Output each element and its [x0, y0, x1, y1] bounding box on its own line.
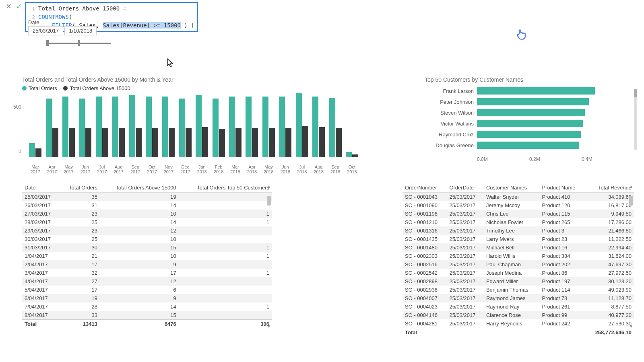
hbar[interactable]: [477, 109, 585, 116]
bar-group[interactable]: [344, 152, 360, 157]
bar[interactable]: [129, 95, 135, 157]
table-row[interactable]: SO - 000121025/03/2017Nicholas FowlerPro…: [402, 218, 634, 226]
table-row[interactable]: 7/04/201728141: [22, 302, 272, 311]
table-row[interactable]: SO - 000148025/03/2017Michael BellProduc…: [402, 243, 634, 252]
bar[interactable]: [62, 97, 68, 157]
table-row[interactable]: SO - 000428125/03/2017Harry ReynoldsProd…: [402, 319, 634, 328]
column-header[interactable]: Customer Names: [484, 183, 539, 193]
table-scrollbar[interactable]: ▴ ▾: [628, 184, 634, 329]
bar[interactable]: [329, 98, 335, 157]
hbar[interactable]: [477, 142, 579, 149]
table-row[interactable]: SO - 000402325/03/2017Raymond RayProduct…: [402, 302, 634, 311]
hbar[interactable]: [477, 120, 583, 127]
orders-detail-table[interactable]: OrderNumberOrderDateCustomer NamesProduc…: [402, 183, 634, 344]
bar[interactable]: [302, 126, 308, 158]
bar-group[interactable]: [310, 97, 327, 157]
table-row[interactable]: 28/03/201725141: [22, 218, 272, 226]
table-row[interactable]: 27/03/201723101: [22, 210, 272, 218]
bar-group[interactable]: [60, 97, 77, 157]
table-row[interactable]: SO - 000143525/03/2017Larry MyersProduct…: [402, 235, 634, 243]
bar-group[interactable]: [177, 99, 194, 157]
hbar-row[interactable]: Raymond Cruz: [425, 130, 634, 139]
bar[interactable]: [119, 128, 125, 157]
table-row[interactable]: SO - 000254225/03/2017Joseph MedinaProdu…: [402, 269, 634, 277]
bar-group[interactable]: [194, 95, 210, 157]
bar[interactable]: [296, 93, 302, 157]
bar-group[interactable]: [110, 97, 127, 157]
bar-group[interactable]: [94, 97, 110, 157]
bar[interactable]: [235, 128, 242, 157]
table-row[interactable]: SO - 000109025/03/2017Jeremy MccoyProduc…: [402, 201, 634, 210]
bar[interactable]: [52, 128, 58, 157]
bar-group[interactable]: [27, 143, 43, 157]
slicer-range-slider[interactable]: [46, 39, 111, 47]
scroll-up-icon[interactable]: ▴: [266, 184, 272, 189]
cancel-formula-button[interactable]: ✕: [4, 2, 13, 11]
table-row[interactable]: 26/03/20173114: [22, 201, 272, 210]
bar[interactable]: [213, 99, 219, 157]
bar-group[interactable]: [43, 99, 60, 157]
bar[interactable]: [179, 99, 185, 157]
table-row[interactable]: 1/04/201721101: [22, 252, 272, 260]
top-customers-bar-chart[interactable]: Top 50 Customers by Customer Names Frank…: [425, 76, 634, 169]
bar-group[interactable]: [277, 97, 293, 157]
bar[interactable]: [152, 128, 158, 157]
table-row[interactable]: 31/03/201730151: [22, 243, 272, 252]
table-row[interactable]: 6/04/2017199: [22, 294, 272, 302]
bar[interactable]: [279, 97, 285, 157]
bar[interactable]: [96, 97, 102, 157]
bar-group[interactable]: [77, 99, 93, 157]
table-row[interactable]: SO - 000289825/03/2017Edward MillerProdu…: [402, 277, 634, 286]
orders-summary-table[interactable]: DateTotal OrdersTotal Orders Above 15000…: [22, 183, 272, 344]
table-row[interactable]: SO - 000230325/03/2017Harold WillisProdu…: [402, 252, 634, 260]
table-row[interactable]: 3/04/201732171: [22, 269, 272, 277]
bar[interactable]: [35, 148, 41, 157]
bar[interactable]: [312, 97, 318, 157]
bar[interactable]: [252, 128, 258, 157]
column-header[interactable]: Total Orders: [60, 183, 100, 193]
bar-group[interactable]: [327, 98, 343, 157]
bar[interactable]: [346, 152, 352, 157]
table-row[interactable]: 30/03/20172510: [22, 235, 272, 243]
column-header[interactable]: Date: [22, 183, 60, 193]
bar[interactable]: [69, 128, 75, 157]
hbar-row[interactable]: Peter Johnson: [425, 97, 634, 107]
bar-group[interactable]: [160, 97, 177, 157]
table-scrollbar[interactable]: ▴ ▾: [266, 184, 272, 329]
bar[interactable]: [186, 128, 192, 157]
scroll-down-icon[interactable]: ▾: [266, 324, 272, 329]
date-slicer[interactable]: Date 25/03/2017 1/10/2018: [28, 19, 111, 47]
bar-group[interactable]: [210, 99, 227, 157]
bar-group[interactable]: [294, 93, 310, 157]
confirm-formula-button[interactable]: ✓: [14, 2, 23, 11]
bar[interactable]: [29, 143, 35, 157]
hbar-row[interactable]: Steven Wilson: [425, 108, 634, 117]
table-row[interactable]: SO - 000293625/03/2017Benjamin ThomasPro…: [402, 286, 634, 294]
bar[interactable]: [262, 97, 268, 157]
table-row[interactable]: 5/04/2017176: [22, 286, 272, 294]
column-header[interactable]: Total Orders Above 15000: [100, 183, 179, 193]
column-header[interactable]: Product Name: [539, 183, 585, 193]
bar[interactable]: [196, 95, 202, 157]
bar-group[interactable]: [260, 97, 277, 157]
bar[interactable]: [162, 97, 168, 157]
bar[interactable]: [219, 129, 225, 157]
table-row[interactable]: SO - 000400725/03/2017Raymond JamesProdu…: [402, 294, 634, 302]
table-row[interactable]: 4/04/20172712: [22, 277, 272, 286]
scroll-up-icon[interactable]: ▴: [628, 184, 634, 189]
bar[interactable]: [136, 128, 142, 157]
table-row[interactable]: SO - 000119625/03/2017Chris LeeProduct 1…: [402, 210, 634, 218]
bar[interactable]: [246, 97, 252, 157]
bar[interactable]: [79, 99, 85, 157]
bar[interactable]: [169, 128, 175, 157]
bar[interactable]: [202, 127, 208, 157]
chart-scrollbar[interactable]: [634, 89, 637, 150]
table-row[interactable]: SO - 000131625/03/2017Timothy LeeProduct…: [402, 226, 634, 235]
column-header[interactable]: Total Revenue: [585, 183, 634, 193]
bar-group[interactable]: [244, 97, 260, 157]
bar[interactable]: [85, 128, 91, 157]
hbar[interactable]: [477, 87, 595, 95]
table-row[interactable]: 25/03/20173519: [22, 193, 272, 202]
column-header[interactable]: Total Orders Top 50 Customers: [179, 183, 272, 193]
table-row[interactable]: SO - 000251625/03/2017Paul ChapmanProduc…: [402, 260, 634, 269]
